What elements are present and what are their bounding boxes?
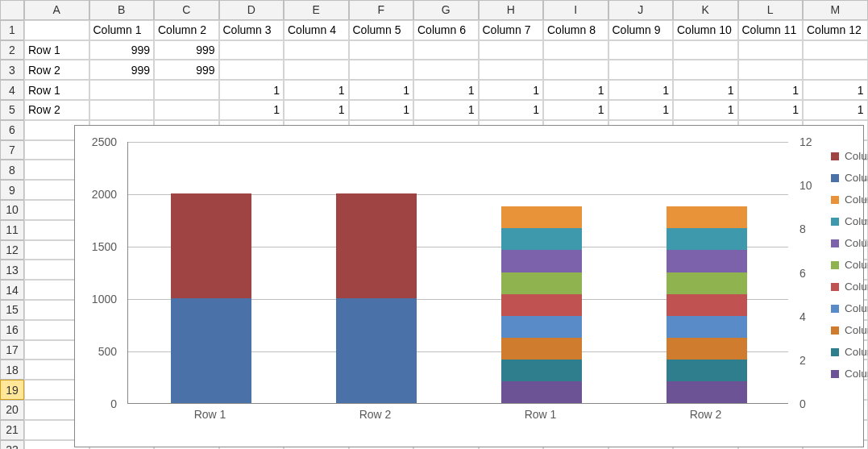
cell-D3[interactable] — [219, 60, 284, 80]
row-header-2[interactable]: 2 — [0, 40, 24, 60]
cell-H1[interactable]: Column 7 — [479, 20, 544, 40]
col-header-D[interactable]: D — [219, 0, 284, 20]
row-header-22[interactable]: 22 — [0, 440, 24, 449]
cell-E2[interactable] — [284, 40, 349, 60]
cell-H5[interactable]: 1 — [479, 100, 544, 120]
col-header-F[interactable]: F — [349, 0, 414, 20]
row-header-21[interactable]: 21 — [0, 420, 24, 440]
row-header-1[interactable]: 1 — [0, 20, 24, 40]
cell-E4[interactable]: 1 — [284, 80, 349, 100]
col-header-C[interactable]: C — [154, 0, 219, 20]
col-header-G[interactable]: G — [413, 0, 479, 20]
cell-C4[interactable] — [154, 80, 219, 100]
cell-L4[interactable]: 1 — [738, 80, 804, 100]
row-header-10[interactable]: 10 — [0, 200, 24, 220]
cell-F1[interactable]: Column 5 — [349, 20, 414, 40]
cell-K1[interactable]: Column 10 — [673, 20, 738, 40]
cell-H3[interactable] — [479, 60, 544, 80]
cell-G4[interactable]: 1 — [413, 80, 479, 100]
row-header-13[interactable]: 13 — [0, 260, 24, 280]
row-header-6[interactable]: 6 — [0, 120, 24, 140]
row-header-15[interactable]: 15 — [0, 300, 24, 320]
cell-G5[interactable]: 1 — [413, 100, 479, 120]
cell-H4[interactable]: 1 — [479, 80, 544, 100]
cell-K5[interactable]: 1 — [673, 100, 738, 120]
cell-D2[interactable] — [219, 40, 284, 60]
row-header-7[interactable]: 7 — [0, 140, 24, 160]
cell-E1[interactable]: Column 4 — [284, 20, 349, 40]
cell-K3[interactable] — [673, 60, 738, 80]
row-header-19[interactable]: 19 — [0, 380, 24, 400]
cell-B3[interactable]: 999 — [89, 60, 155, 80]
cell-C2[interactable]: 999 — [154, 40, 219, 60]
row-header-5[interactable]: 5 — [0, 100, 24, 120]
cell-C5[interactable] — [154, 100, 219, 120]
cell-I1[interactable]: Column 8 — [543, 20, 608, 40]
cell-K2[interactable] — [673, 40, 738, 60]
cell-D5[interactable]: 1 — [219, 100, 284, 120]
cell-A5[interactable]: Row 2 — [24, 100, 89, 120]
select-all-corner[interactable] — [0, 0, 24, 20]
cell-M4[interactable]: 1 — [803, 80, 868, 100]
cell-B1[interactable]: Column 1 — [89, 20, 155, 40]
cell-M2[interactable] — [803, 40, 868, 60]
cell-E5[interactable]: 1 — [284, 100, 349, 120]
cell-M5[interactable]: 1 — [803, 100, 868, 120]
cell-M1[interactable]: Column 12 — [803, 20, 868, 40]
col-header-K[interactable]: K — [673, 0, 738, 20]
row-header-12[interactable]: 12 — [0, 240, 24, 260]
cell-B2[interactable]: 999 — [89, 40, 155, 60]
cell-B4[interactable] — [89, 80, 155, 100]
cell-J3[interactable] — [608, 60, 674, 80]
cell-J4[interactable]: 1 — [608, 80, 674, 100]
cell-F3[interactable] — [349, 60, 414, 80]
cell-F4[interactable]: 1 — [349, 80, 414, 100]
cell-F5[interactable]: 1 — [349, 100, 414, 120]
cell-G2[interactable] — [413, 40, 479, 60]
col-header-H[interactable]: H — [479, 0, 544, 20]
cell-C1[interactable]: Column 2 — [154, 20, 219, 40]
row-header-17[interactable]: 17 — [0, 340, 24, 360]
cell-I2[interactable] — [543, 40, 608, 60]
cell-F2[interactable] — [349, 40, 414, 60]
cell-L5[interactable]: 1 — [738, 100, 804, 120]
cell-A1[interactable] — [24, 20, 89, 40]
row-header-16[interactable]: 16 — [0, 320, 24, 340]
col-header-A[interactable]: A — [24, 0, 89, 20]
cell-A4[interactable]: Row 1 — [24, 80, 89, 100]
cell-A3[interactable]: Row 2 — [24, 60, 89, 80]
cell-J1[interactable]: Column 9 — [608, 20, 674, 40]
cell-H2[interactable] — [479, 40, 544, 60]
cell-J5[interactable]: 1 — [608, 100, 674, 120]
cell-L2[interactable] — [738, 40, 804, 60]
cell-J2[interactable] — [608, 40, 674, 60]
cell-E3[interactable] — [284, 60, 349, 80]
cell-D1[interactable]: Column 3 — [219, 20, 284, 40]
row-header-4[interactable]: 4 — [0, 80, 24, 100]
cell-I3[interactable] — [543, 60, 608, 80]
cell-D4[interactable]: 1 — [219, 80, 284, 100]
chart[interactable]: 05001000150020002500 024681012 Row 1Row … — [74, 125, 864, 447]
row-header-20[interactable]: 20 — [0, 400, 24, 420]
cell-L1[interactable]: Column 11 — [738, 20, 804, 40]
row-header-14[interactable]: 14 — [0, 280, 24, 300]
cell-L3[interactable] — [738, 60, 804, 80]
cell-I4[interactable]: 1 — [543, 80, 608, 100]
cell-M3[interactable] — [803, 60, 868, 80]
row-header-8[interactable]: 8 — [0, 160, 24, 180]
row-header-3[interactable]: 3 — [0, 60, 24, 80]
col-header-M[interactable]: M — [803, 0, 868, 20]
cell-G3[interactable] — [413, 60, 479, 80]
col-header-J[interactable]: J — [608, 0, 674, 20]
cell-C3[interactable]: 999 — [154, 60, 219, 80]
cell-A2[interactable]: Row 1 — [24, 40, 89, 60]
cell-K4[interactable]: 1 — [673, 80, 738, 100]
cell-B5[interactable] — [89, 100, 155, 120]
col-header-L[interactable]: L — [738, 0, 804, 20]
row-header-11[interactable]: 11 — [0, 220, 24, 240]
col-header-I[interactable]: I — [543, 0, 608, 20]
col-header-E[interactable]: E — [284, 0, 349, 20]
row-header-9[interactable]: 9 — [0, 180, 24, 200]
row-header-18[interactable]: 18 — [0, 360, 24, 380]
cell-I5[interactable]: 1 — [543, 100, 608, 120]
